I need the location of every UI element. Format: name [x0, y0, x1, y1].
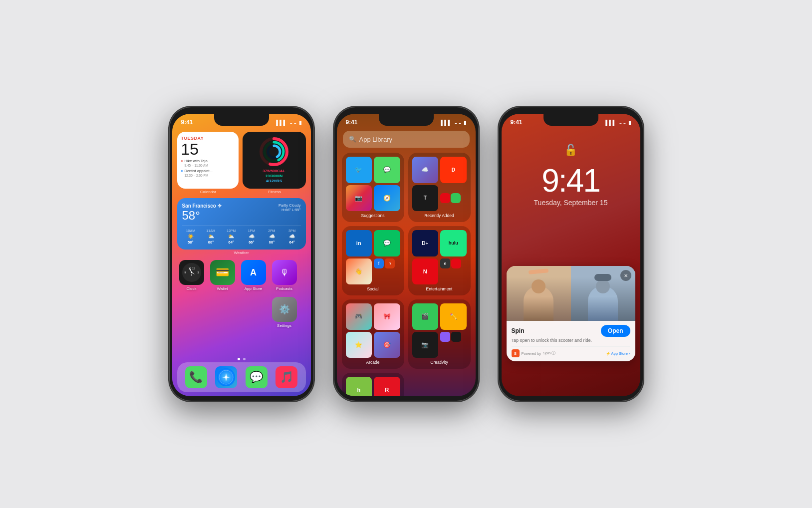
app-item-wallet[interactable]: 💳 Wallet: [208, 260, 237, 291]
app-ent-1: e: [440, 258, 450, 268]
weather-widget[interactable]: San Francisco ✈ 58° Partly CloudyH:66° L…: [177, 198, 306, 250]
app-disney[interactable]: D+: [412, 230, 439, 256]
folder-social[interactable]: in 💬 👋 f n Social: [342, 226, 404, 295]
app-item-clock[interactable]: 11 12 6 9 3 Clock: [177, 260, 206, 291]
person-1: [507, 266, 571, 321]
appstore-icon[interactable]: A: [241, 260, 266, 285]
notification-close-button[interactable]: ✕: [620, 270, 631, 281]
folder-suggestions[interactable]: 🐦 💬 📷 🧭 Suggestions: [342, 153, 404, 222]
calendar-widget[interactable]: TUESDAY 15 Hike with Tejo 9:45 – 11:00 A…: [177, 132, 239, 189]
phone-app-library: 9:41 ▌▌▌ ⌄⌄ ▮ 🔍 App Library 🐦 💬 📷: [334, 107, 479, 401]
notif-description: Tap open to unlock this scooter and ride…: [512, 338, 630, 344]
brand-powered-label: Powered by: [522, 351, 541, 356]
app-item-podcasts[interactable]: 🎙 Podcasts: [270, 260, 299, 291]
fitness-widget[interactable]: 375/500CAL 19/30MIN 4/12HRS: [243, 132, 306, 189]
dock-phone[interactable]: 📞: [185, 366, 207, 388]
wifi-icon-3: ⌄⌄: [618, 120, 626, 125]
folder-recently-added[interactable]: ☁️ D T Recently Added: [408, 153, 471, 222]
app-library-search-bar[interactable]: 🔍 App Library: [343, 131, 470, 148]
weather-desc: Partly CloudyH:66° L:55°: [278, 203, 301, 212]
app-twitter[interactable]: 🐦: [346, 157, 372, 183]
arcade-label: Arcade: [346, 360, 400, 365]
app-item-settings[interactable]: ⚙️ Settings: [270, 297, 299, 328]
social-apps: in 💬 👋 f n: [346, 230, 400, 284]
app-ent-2: [451, 258, 461, 268]
app-redbubble[interactable]: R: [374, 377, 400, 396]
folder-creativity[interactable]: 🎬 ✏️ 📷 Creativity: [408, 299, 471, 369]
app-doordash[interactable]: D: [440, 157, 467, 183]
app-wechat[interactable]: 💬: [374, 230, 400, 256]
notif-open-button[interactable]: Open: [601, 325, 630, 337]
app-cloud[interactable]: ☁️: [412, 157, 439, 183]
app-folders-grid: 🐦 💬 📷 🧭 Suggestions ☁️ D T: [337, 153, 476, 396]
podcasts-icon[interactable]: 🎙: [272, 260, 297, 285]
app-item-empty: [177, 297, 206, 328]
settings-icon[interactable]: ⚙️: [272, 297, 297, 322]
wifi-icon-2: ⌄⌄: [454, 120, 462, 125]
app-c-1: [440, 332, 450, 342]
dock-music[interactable]: 🎵: [275, 366, 297, 388]
folder-entertainment[interactable]: D+ hulu N e Entertainment: [408, 226, 471, 295]
app-safari[interactable]: 🧭: [374, 185, 400, 212]
creativity-label: Creativity: [412, 360, 467, 365]
fitness-label: Fitness: [244, 190, 306, 194]
app-linkedin[interactable]: in: [346, 230, 372, 256]
app-arcade-2[interactable]: 🎀: [374, 303, 400, 330]
cal-event-text-1: Hike with Tejo 9:45 – 11:00 AM: [185, 159, 208, 167]
svg-text:9: 9: [184, 271, 186, 274]
entertainment-apps: D+ hulu N e: [412, 230, 467, 284]
app-sketch[interactable]: ✏️: [440, 303, 467, 330]
social-label: Social: [346, 286, 400, 291]
app-lr[interactable]: 📷: [412, 332, 439, 358]
app-item-appstore[interactable]: A App Store: [239, 260, 268, 291]
app-c-2: [451, 332, 461, 342]
folder-arcade[interactable]: 🎮 🎀 ⭐ 🎯 Arcade: [342, 299, 404, 369]
app-hulu[interactable]: hulu: [440, 230, 467, 256]
folder-row-4: h R 🎮 🦉 Utilities: [342, 373, 471, 396]
svg-point-19: [225, 376, 227, 378]
folder-utilities[interactable]: h R 🎮 🦉 Utilities: [342, 373, 404, 396]
suggestions-label: Suggestions: [346, 213, 400, 218]
dot-1: [238, 358, 240, 360]
app-netflix[interactable]: N: [412, 258, 439, 285]
dock-safari[interactable]: [215, 366, 237, 388]
cal-event-1: Hike with Tejo 9:45 – 11:00 AM: [181, 159, 235, 167]
recently-added-apps: ☁️ D T: [412, 157, 467, 211]
weather-temp: 58°: [182, 209, 222, 223]
folder-row-2: in 💬 👋 f n Social D+ hulu: [342, 226, 471, 295]
page-dots: [172, 358, 311, 360]
app-houzz[interactable]: h: [346, 377, 372, 396]
app-n: n: [385, 258, 395, 268]
home-screen: 9:41 ▌▌▌ ⌄⌄ ▮ TUESDAY 15 Hike with Tejo …: [172, 114, 311, 396]
notch-2: [379, 114, 434, 126]
app-facetime[interactable]: 🎬: [412, 303, 439, 330]
app-fb: f: [374, 258, 384, 268]
person1-head: [532, 279, 545, 293]
appstore-link[interactable]: ⚡ App Store ›: [606, 351, 630, 356]
status-icons-2: ▌▌▌ ⌄⌄ ▮: [441, 120, 466, 125]
status-icons-3: ▌▌▌ ⌄⌄ ▮: [605, 120, 631, 125]
notification-card[interactable]: ✕ Spin Open Tap open to unlock this scoo…: [507, 266, 635, 361]
dock: 📞 💬 🎵: [177, 362, 306, 392]
fitness-stats: 375/500CAL 19/30MIN 4/12HRS: [248, 169, 301, 184]
clock-icon[interactable]: 11 12 6 9 3: [179, 260, 204, 285]
status-time: 9:41: [181, 119, 193, 126]
app-instagram[interactable]: 📷: [346, 185, 372, 212]
dock-messages[interactable]: 💬: [246, 366, 268, 388]
creativity-small: [440, 332, 467, 358]
app-messages[interactable]: 💬: [374, 157, 400, 183]
app-nytimes[interactable]: T: [412, 185, 439, 212]
app-social-3[interactable]: 👋: [346, 258, 372, 285]
app-arcade-3[interactable]: ⭐: [346, 332, 372, 358]
notch: [214, 114, 269, 126]
notif-brand: S Powered by Spin ⓘ: [512, 349, 556, 357]
svg-text:3: 3: [197, 271, 199, 274]
app-arcade-4[interactable]: 🎯: [374, 332, 400, 358]
app-small-1: [440, 193, 450, 203]
brand-logo: S: [512, 349, 520, 357]
weather-widget-label: Weather: [177, 251, 306, 255]
app-arcade-1[interactable]: 🎮: [346, 303, 372, 330]
weather-hour-1: 11AM ⛅ 60°: [202, 229, 220, 245]
status-icons: ▌▌▌ ⌄⌄ ▮: [276, 120, 301, 125]
wallet-icon[interactable]: 💳: [210, 260, 235, 285]
